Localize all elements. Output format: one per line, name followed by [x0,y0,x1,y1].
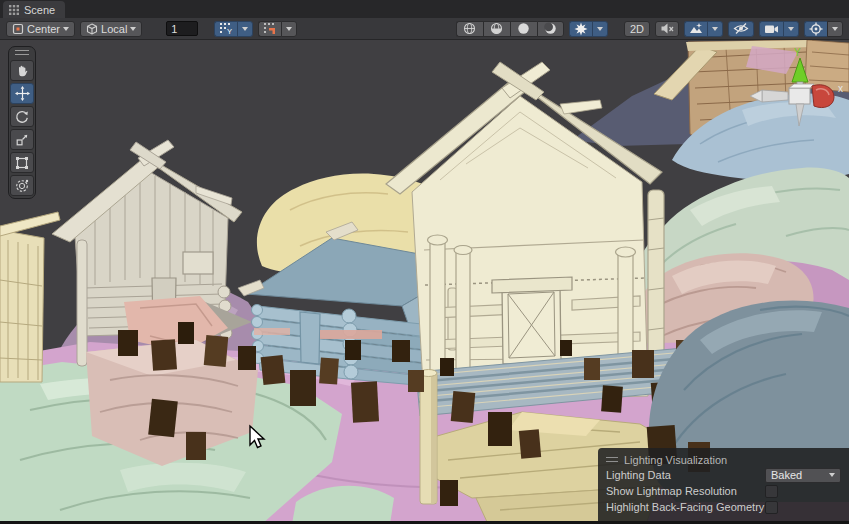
chevron-down-icon [130,27,136,31]
hand-icon [15,64,29,78]
chevron-down-icon [832,27,838,31]
wireframe-sphere-icon [463,22,476,35]
rotation-mode-label: Local [101,23,127,35]
show-lightmap-resolution-row: Show Lightmap Resolution [606,483,843,499]
wireframe-mode-button[interactable] [456,21,483,37]
2d-mode-label: 2D [630,23,644,35]
2d-mode-button[interactable]: 2D [624,21,650,37]
crescent-sphere-icon [544,22,557,35]
rect-icon [15,156,29,170]
hand-tool-button[interactable] [10,60,34,81]
svg-text:Y: Y [227,27,232,35]
lighting-data-dropdown[interactable]: Baked [765,468,841,483]
shaded-wireframe-mode-button[interactable] [483,21,510,37]
grid-size-input[interactable] [166,21,198,36]
chevron-down-icon [242,27,248,31]
chevron-down-icon [597,27,603,31]
grid-icon [9,5,19,15]
shaded-mode-button[interactable] [510,21,537,37]
grid-visibility-toggle[interactable]: Y [214,21,237,37]
rotation-mode-button[interactable]: Local [80,21,142,37]
speaker-muted-icon [660,22,674,35]
svg-text:x: x [838,83,843,94]
rotate-tool-button[interactable] [10,106,34,127]
lighting-debug-dropdown[interactable] [592,21,608,37]
chevron-down-icon [829,473,835,477]
scene-camera-dropdown[interactable] [783,21,799,37]
transform-tool-button[interactable] [10,175,34,196]
lighting-panel-title: Lighting Visualization [624,454,727,466]
lighting-visualization-panel: Lighting Visualization Lighting Data Bak… [598,448,849,521]
move-tool-button[interactable] [10,83,34,104]
gizmos-toggle[interactable] [804,21,827,37]
scene-effects-dropdown[interactable] [707,21,723,37]
effects-landscape-icon [689,22,703,35]
draw-mode-group [456,21,564,37]
scene-effects-button[interactable] [684,21,707,37]
audio-mute-button[interactable] [655,21,679,37]
pivot-mode-label: Center [27,23,60,35]
chevron-down-icon [712,27,718,31]
snap-icon [263,22,277,35]
tab-bar: Scene [0,0,849,18]
chevron-down-icon [286,27,292,31]
grid-visibility-dropdown[interactable] [237,21,253,37]
pivot-icon [12,23,24,35]
snap-increment-toggle[interactable] [258,21,281,37]
solid-sphere-icon [517,22,530,35]
lighting-debug-mode-button[interactable] [569,21,592,37]
lighting-data-row: Lighting Data Baked [606,467,843,483]
light-burst-icon [574,22,588,36]
camera-icon [764,23,779,35]
hidden-objects-toggle[interactable] [728,21,754,37]
show-lightmap-resolution-checkbox[interactable] [765,485,778,498]
chevron-down-icon [63,27,69,31]
scale-icon [15,133,29,147]
overlay-drag-handle[interactable] [15,50,29,55]
grid-dots-icon: Y [219,22,233,35]
scale-tool-button[interactable] [10,129,34,150]
chevron-down-icon [788,27,794,31]
svg-text:Y: Y [794,47,801,58]
eye-slash-icon [733,22,749,35]
scene-toolbar: Center Local [0,18,849,40]
rotate-icon [15,110,29,124]
lighting-data-label: Lighting Data [606,469,765,481]
tab-scene-label: Scene [24,4,55,16]
pivot-mode-button[interactable]: Center [6,21,75,37]
unity-scene-view-window: Scene Center Local [0,0,849,524]
tool-palette-overlay [8,46,36,199]
show-lightmap-resolution-label: Show Lightmap Resolution [606,485,765,497]
shadow-mode-button[interactable] [537,21,564,37]
cube-icon [86,23,98,35]
transform-icon [15,179,29,193]
panel-drag-handle[interactable] [606,457,618,462]
gizmos-target-icon [809,22,823,36]
snap-increment-dropdown[interactable] [281,21,297,37]
highlight-backfacing-label: Highlight Back-Facing Geometry [606,501,765,513]
rect-tool-button[interactable] [10,152,34,173]
lighting-data-value: Baked [771,469,802,481]
gizmos-dropdown[interactable] [827,21,843,37]
half-shaded-sphere-icon [490,22,503,35]
tab-scene[interactable]: Scene [3,1,65,18]
highlight-backfacing-row: Highlight Back-Facing Geometry [606,499,843,515]
highlight-backfacing-checkbox[interactable] [765,501,778,514]
scene-camera-button[interactable] [759,21,783,37]
move-icon [15,86,30,101]
